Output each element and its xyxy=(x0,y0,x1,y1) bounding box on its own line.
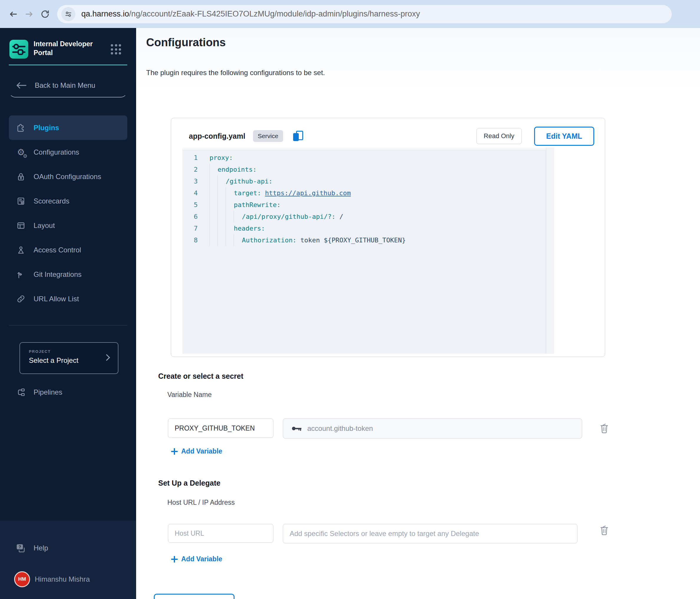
help-button[interactable]: ? Help xyxy=(15,543,48,554)
line-number: 3 xyxy=(182,178,198,185)
sidebar-item-configurations[interactable]: ⚙⚙Configurations xyxy=(0,140,136,164)
secret-section-heading: Create or select a secret xyxy=(158,372,243,381)
screen: qa.harness.io/ng/account/zEaak-FLS425IEO… xyxy=(0,0,700,599)
sidebar-item-pipelines[interactable]: Pipelines xyxy=(15,387,62,398)
url-path: /ng/account/zEaak-FLS425IEO7OLzMUg/modul… xyxy=(129,9,420,18)
sidebar-item-scorecards[interactable]: Scorecards xyxy=(0,189,136,213)
indent-guide xyxy=(234,211,242,222)
plus-icon xyxy=(171,556,178,563)
page-subtitle: The plugin requires the following config… xyxy=(146,69,325,77)
branch-icon xyxy=(15,269,26,280)
user-menu[interactable]: HM Himanshu Mishra xyxy=(14,571,90,587)
apps-grid-icon[interactable] xyxy=(111,44,121,55)
indent-guide xyxy=(226,234,234,246)
code-line: 8Authorization: token ${PROXY_GITHUB_TOK… xyxy=(182,234,545,246)
code-line: 5pathRewrite: xyxy=(182,199,545,211)
delegate-selectors-input[interactable] xyxy=(283,524,577,543)
add-variable-button-secret[interactable]: Add Variable xyxy=(171,447,222,455)
lock-icon xyxy=(15,171,26,182)
indent-guide xyxy=(226,187,234,199)
back-icon[interactable] xyxy=(5,6,21,22)
sidebar-item-oauth-configurations[interactable]: OAuth Configurations xyxy=(0,164,136,189)
indent-guide xyxy=(218,211,225,222)
indent-guide xyxy=(218,187,225,199)
yaml-token: endpoints: xyxy=(218,166,256,173)
indent-guide xyxy=(218,175,225,187)
url-domain: qa.harness.io xyxy=(81,9,129,18)
indent-guide xyxy=(226,222,234,234)
yaml-token: target: xyxy=(234,189,261,197)
sidebar-item-label: URL Allow List xyxy=(33,295,79,303)
file-name: app-config.yaml xyxy=(189,132,245,140)
forward-icon[interactable] xyxy=(21,6,37,22)
yaml-token: /github-api: xyxy=(226,178,273,185)
plus-icon xyxy=(171,448,178,455)
cut-off-action-button[interactable] xyxy=(154,594,234,599)
line-number: 2 xyxy=(182,166,198,173)
trash-icon[interactable] xyxy=(599,423,609,434)
yaml-card-header: app-config.yaml Service Read Only Edit Y… xyxy=(189,126,594,146)
yaml-token: pathRewrite: xyxy=(234,201,280,208)
read-only-button[interactable]: Read Only xyxy=(476,128,522,144)
code-line: 6/api/proxy/github-api/?: / xyxy=(182,211,545,222)
project-selector[interactable]: PROJECT Select a Project xyxy=(20,342,119,374)
browser-chrome: qa.harness.io/ng/account/zEaak-FLS425IEO… xyxy=(0,0,700,29)
variable-name-input[interactable] xyxy=(168,418,273,438)
sidebar-item-access-control[interactable]: Access Control xyxy=(0,238,136,262)
sidebar-item-label: Scorecards xyxy=(33,197,69,205)
host-url-input[interactable] xyxy=(168,524,273,543)
sidebar-footer xyxy=(0,521,136,599)
app-title: Internal Developer Portal xyxy=(33,40,104,57)
secret-reference-field[interactable]: account.github-token xyxy=(283,418,582,439)
sidebar-divider xyxy=(9,325,127,325)
yaml-card: app-config.yaml Service Read Only Edit Y… xyxy=(171,118,605,357)
indent-guide xyxy=(209,163,218,175)
sidebar: Internal Developer Portal Back to Main M… xyxy=(0,28,136,599)
indent-guide xyxy=(218,222,225,234)
chevron-right-icon xyxy=(103,354,110,361)
line-number: 1 xyxy=(182,154,198,161)
editor-scrollbar-track[interactable] xyxy=(546,148,554,354)
project-label: PROJECT xyxy=(29,349,51,354)
indent-guide xyxy=(226,199,234,211)
yaml-token: proxy: xyxy=(209,154,233,161)
yaml-link[interactable]: https://api.github.com xyxy=(265,189,351,197)
sidebar-item-label: Access Control xyxy=(33,246,81,254)
indent-guide xyxy=(209,222,218,234)
edit-yaml-button[interactable]: Edit YAML xyxy=(534,127,594,146)
indent-guide xyxy=(209,234,218,246)
main-content: Configurations The plugin requires the f… xyxy=(136,28,700,599)
back-label: Back to Main Menu xyxy=(35,81,95,89)
yaml-editor[interactable]: 1proxy:2endpoints:3/github-api:4target: … xyxy=(182,148,554,354)
indent-guide xyxy=(209,187,218,199)
sidebar-item-label: Git Integrations xyxy=(33,270,82,279)
svg-text:?: ? xyxy=(19,544,21,549)
site-settings-icon[interactable] xyxy=(61,7,75,21)
address-bar[interactable]: qa.harness.io/ng/account/zEaak-FLS425IEO… xyxy=(57,5,672,23)
help-label: Help xyxy=(33,544,48,552)
copy-icon[interactable] xyxy=(293,131,303,141)
layout-icon xyxy=(15,220,26,231)
reload-icon[interactable] xyxy=(37,6,53,22)
sidebar-item-plugins[interactable]: Plugins xyxy=(9,115,127,140)
code-line: 3/github-api: xyxy=(182,175,545,187)
sidebar-item-git-integrations[interactable]: Git Integrations xyxy=(0,262,136,287)
sidebar-nav: Plugins⚙⚙ConfigurationsOAuth Configurati… xyxy=(0,115,136,311)
indent-guide xyxy=(209,211,218,222)
code-lines: 1proxy:2endpoints:3/github-api:4target: … xyxy=(182,152,545,246)
sidebar-item-layout[interactable]: Layout xyxy=(0,213,136,238)
sidebar-item-url-allow-list[interactable]: URL Allow List xyxy=(0,287,136,311)
curved-divider xyxy=(9,90,127,98)
delegate-section-heading: Set Up a Delegate xyxy=(158,479,220,487)
indent-guide xyxy=(234,234,242,246)
service-badge: Service xyxy=(253,130,283,142)
page-title: Configurations xyxy=(146,36,226,49)
add-variable-button-delegate[interactable]: Add Variable xyxy=(171,555,222,563)
trash-icon[interactable] xyxy=(599,524,609,536)
add-variable-label: Add Variable xyxy=(181,555,222,563)
back-to-main-menu[interactable]: Back to Main Menu xyxy=(15,81,95,90)
host-url-label: Host URL / IP Address xyxy=(167,499,235,506)
back-arrow-icon xyxy=(15,81,27,90)
sidebar-item-label: Configurations xyxy=(33,148,79,156)
teal-divider xyxy=(9,64,127,66)
